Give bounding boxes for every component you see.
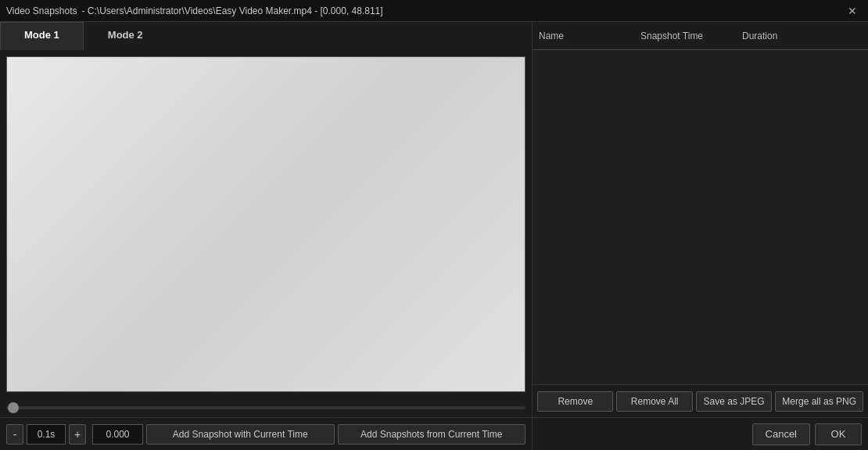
dialog-buttons: Cancel OK [532,417,868,450]
increment-button[interactable]: + [69,424,86,445]
table-body [533,50,868,384]
slider-bar [0,398,532,417]
decrement-button[interactable]: - [6,424,23,445]
add-snapshot-button[interactable]: Add Snapshot with Current Time [146,424,335,445]
title-bar-text: Video Snapshots - C:\Users\Administrator… [6,5,383,16]
preview-area [6,56,525,392]
full-bottom: - 0.1s + 0.000 Add Snapshot with Current… [0,417,868,450]
ok-button[interactable]: OK [815,423,862,445]
add-snapshots-button[interactable]: Add Snapshots from Current Time [338,424,526,445]
close-button[interactable]: ✕ [843,4,862,18]
bottom-controls: - 0.1s + 0.000 Add Snapshot with Current… [0,417,532,450]
time-display: 0.000 [92,424,143,445]
right-bottom-buttons: Remove Remove All Save as JPEG Merge all… [533,384,868,417]
app-name: Video Snapshots [6,5,77,16]
save-jpeg-button[interactable]: Save as JPEG [696,391,772,412]
col-header-name: Name [533,31,634,41]
cancel-button[interactable]: Cancel [752,423,810,445]
tab-mode2[interactable]: Mode 2 [84,22,167,50]
table-header: Name Snapshot Time Duration [533,22,868,50]
col-header-duration: Duration [736,31,868,41]
slider-track[interactable] [6,406,525,409]
tab-mode1[interactable]: Mode 1 [0,22,84,50]
right-panel: Name Snapshot Time Duration Remove Remov… [532,22,868,417]
tabs: Mode 1 Mode 2 [0,22,532,50]
merge-png-button[interactable]: Merge all as PNG [775,391,863,412]
slider-thumb[interactable] [8,402,19,413]
title-bar: Video Snapshots - C:\Users\Administrator… [0,0,868,22]
remove-all-button[interactable]: Remove All [616,391,692,412]
main-content: Mode 1 Mode 2 Name Snapshot Time Duratio… [0,22,868,417]
col-header-snapshot-time: Snapshot Time [634,31,736,41]
preview-container [0,50,532,398]
step-value: 0.1s [27,424,66,445]
remove-button[interactable]: Remove [537,391,613,412]
file-path: - C:\Users\Administrator\Videos\Easy Vid… [82,5,383,16]
left-panel: Mode 1 Mode 2 [0,22,532,417]
